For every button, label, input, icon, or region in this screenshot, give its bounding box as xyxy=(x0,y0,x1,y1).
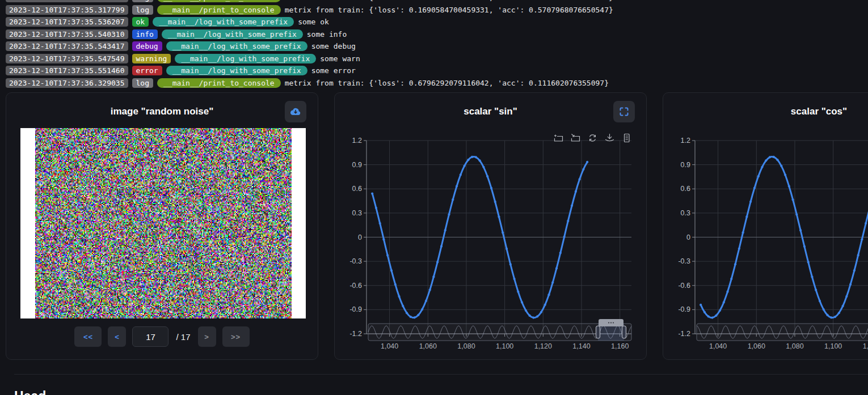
prev-page-button[interactable]: < xyxy=(108,326,126,347)
x-axis-label: 1,100 xyxy=(824,342,842,350)
x-axis-label: 1,120 xyxy=(863,342,868,350)
x-axis-label: 1,160 xyxy=(611,342,629,350)
y-axis-label: 0.3 xyxy=(352,209,362,217)
y-axis-label: -0.9 xyxy=(678,305,690,313)
first-page-button[interactable]: << xyxy=(74,326,102,347)
page-input[interactable] xyxy=(132,326,168,347)
fullscreen-icon xyxy=(619,107,629,117)
datazoom-handle[interactable] xyxy=(622,326,626,338)
y-axis-label: -1.2 xyxy=(678,330,690,338)
log-level-badge: ok xyxy=(132,17,149,27)
fullscreen-button[interactable] xyxy=(613,101,635,122)
y-axis-label: 0.3 xyxy=(681,209,690,217)
y-axis-label: -0.6 xyxy=(678,282,690,290)
cos-chart-card: scalar "cos" 1.20.90.60.30-0.3-0.6-0.9-1… xyxy=(663,92,868,360)
log-source-badge: __main__/print_to_console xyxy=(157,78,281,88)
y-axis-label: 0.9 xyxy=(681,161,690,169)
log-level-badge: info xyxy=(132,29,158,39)
x-axis-label: 1,040 xyxy=(709,342,727,350)
next-page-button[interactable]: > xyxy=(198,326,216,347)
save-image-icon[interactable] xyxy=(605,133,614,143)
log-level-badge: debug xyxy=(132,41,162,51)
x-axis-label: 1,120 xyxy=(534,342,552,350)
x-axis-label: 1,080 xyxy=(786,342,803,350)
log-level-badge: error xyxy=(132,66,162,75)
log-timestamp: 2023-12-10T17:37:35.536207 xyxy=(6,17,128,27)
x-axis-label: 1,040 xyxy=(381,342,398,350)
y-axis-label: 1.2 xyxy=(681,137,690,145)
datazoom-slider[interactable] xyxy=(368,319,631,341)
log-console: 2023-12-10T17:37:35.317799 log __main__/… xyxy=(6,0,868,89)
cos-chart-title: scalar "cos" xyxy=(663,93,868,117)
log-level-badge: log xyxy=(132,5,153,15)
y-axis-label: 0.9 xyxy=(352,161,362,169)
download-image-button[interactable] xyxy=(285,101,306,122)
page-total-label: / 17 xyxy=(176,332,190,342)
image-card-title: image "random noise" xyxy=(6,93,318,117)
sin-chart-plot[interactable]: 1.20.90.60.30-0.3-0.6-0.9-1.21,0401,0601… xyxy=(335,126,647,352)
log-row: 2023-12-10T17:37:35.547549 warning __mai… xyxy=(6,53,868,65)
log-timestamp: 2023-12-10T17:37:35.543417 xyxy=(6,41,128,51)
log-timestamp: 2023-12-10T17:37:35.551460 xyxy=(6,66,128,75)
log-row: 2023-12-10T17:37:35.551460 error __main_… xyxy=(6,65,868,77)
log-message: some info xyxy=(307,30,347,39)
log-source-badge: __main__/log_with_some_prefix xyxy=(166,41,307,51)
log-level-badge: warning xyxy=(132,54,171,63)
x-axis-label: 1,060 xyxy=(748,342,765,350)
log-source-badge: __main__/log_with_some_prefix xyxy=(166,66,307,75)
log-message: some warn xyxy=(320,54,360,63)
chart-grid xyxy=(695,141,868,334)
y-axis-label: 0 xyxy=(686,233,690,241)
y-axis-label: 0.6 xyxy=(681,185,690,193)
log-message: metrix from train: {'loss': 0.1690584700… xyxy=(285,6,613,14)
datazoom-slider[interactable] xyxy=(697,319,868,341)
log-level-badge: log xyxy=(132,0,153,2)
noise-image xyxy=(35,128,292,318)
cos-chart-plot[interactable]: 1.20.90.60.30-0.3-0.6-0.9-1.21,0401,0601… xyxy=(663,126,868,352)
data-view-icon[interactable] xyxy=(622,133,631,143)
log-row: 2023-12-10T17:37:35.536207 ok __main__/l… xyxy=(6,16,868,28)
x-axis-label: 1,080 xyxy=(457,342,475,350)
y-axis-label: -0.3 xyxy=(678,257,690,265)
y-axis-label: -0.3 xyxy=(349,257,362,265)
log-source-badge: __main__/log_with_some_prefix xyxy=(175,54,316,63)
y-axis-label: -0.9 xyxy=(349,305,362,313)
log-timestamp: 2023-12-10T17:37:35.317799 xyxy=(6,0,128,2)
pagination: << < / 17 > >> xyxy=(6,326,318,347)
log-timestamp: 2023-12-10T17:37:35.547549 xyxy=(6,54,128,63)
log-message: metrix from train: {'loss': 0.6796292079… xyxy=(285,79,609,87)
log-message: metrix from train: {'loss': 0.1690584700… xyxy=(285,0,613,2)
log-timestamp: 2023-12-10T17:37:35.317799 xyxy=(6,5,128,15)
y-axis-label: -0.6 xyxy=(349,282,362,290)
log-message: some error xyxy=(311,66,356,75)
log-timestamp: 2023-12-10T17:37:36.329035 xyxy=(6,78,128,88)
sin-chart-title: scalar "sin" xyxy=(335,93,646,117)
section-divider xyxy=(14,374,868,375)
datazoom-handle[interactable] xyxy=(596,326,600,338)
sin-chart-card: scalar "sin" 1.20.90.60.30-0. xyxy=(334,92,647,360)
restore-icon[interactable] xyxy=(588,133,597,143)
last-page-button[interactable]: >> xyxy=(222,326,250,347)
x-axis-label: 1,060 xyxy=(419,342,437,350)
log-timestamp: 2023-12-10T17:37:35.540310 xyxy=(6,29,128,39)
dashboard-page: 2023-12-10T17:37:35.317799 log __main__/… xyxy=(0,0,868,395)
image-card: image "random noise" << < / 17 > >> xyxy=(6,92,318,360)
log-row: 2023-12-10T17:37:35.540310 info __main__… xyxy=(6,28,868,41)
image-frame xyxy=(20,128,306,318)
log-message: some debug xyxy=(311,42,356,50)
log-row: 2023-12-10T17:37:35.317799 log __main__/… xyxy=(6,4,868,16)
y-axis-label: -1.2 xyxy=(349,330,362,338)
y-axis-label: 1.2 xyxy=(352,137,362,145)
log-message: some ok xyxy=(298,18,329,26)
cloud-download-icon xyxy=(289,107,302,117)
datazoom-reset-icon[interactable] xyxy=(571,133,580,143)
x-axis-label: 1,140 xyxy=(572,342,590,350)
log-level-badge: log xyxy=(132,78,153,88)
log-source-badge: __main__/print_to_console xyxy=(157,0,281,2)
datazoom-icon[interactable] xyxy=(554,133,563,143)
log-source-badge: __main__/log_with_some_prefix xyxy=(153,17,294,27)
log-row: 2023-12-10T17:37:36.329035 log __main__/… xyxy=(6,77,868,90)
log-source-badge: __main__/log_with_some_prefix xyxy=(162,29,303,39)
bottom-heading-partial: Head xyxy=(14,389,46,395)
x-axis-label: 1,100 xyxy=(496,342,513,350)
